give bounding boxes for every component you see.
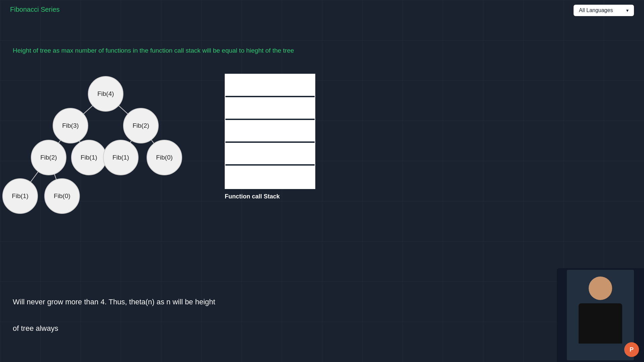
- stack-row-5: [225, 166, 315, 188]
- node-fib1c-label: Fib(1): [12, 192, 29, 199]
- avatar-head: [589, 277, 612, 300]
- page-title: Fibonacci Series: [10, 6, 60, 13]
- prepinsta-logo: P: [624, 342, 639, 357]
- node-fib1b-label: Fib(1): [112, 154, 129, 161]
- avatar-container: P: [557, 268, 644, 362]
- bottom-text-line1: Will never grow more than 4. Thus, theta…: [13, 295, 215, 309]
- stack-container: Function call Stack: [225, 74, 319, 200]
- stack-row-3: [225, 120, 315, 143]
- language-dropdown[interactable]: All Languages ▾: [574, 5, 634, 16]
- avatar-body: [579, 303, 622, 344]
- bottom-text-line2: of tree always: [13, 322, 215, 335]
- tree-container: Fib(4) Fib(3) Fib(2) Fib(2) Fib(1) Fib(1…: [0, 67, 215, 235]
- stack-label: Function call Stack: [225, 193, 319, 200]
- node-fib2a-label: Fib(2): [132, 122, 149, 129]
- node-fib3-label: Fib(3): [62, 122, 79, 129]
- chevron-down-icon: ▾: [626, 8, 629, 13]
- language-dropdown-label: All Languages: [579, 7, 613, 13]
- node-fib0b-label: Fib(0): [54, 192, 70, 199]
- stack-row-4: [225, 143, 315, 166]
- stack-row-2: [225, 97, 315, 120]
- node-fib1a-label: Fib(1): [80, 154, 97, 161]
- top-bar: Fibonacci Series: [0, 0, 644, 19]
- node-fib4-label: Fib(4): [97, 90, 114, 97]
- description-text: Height of tree as max number of function…: [13, 47, 294, 54]
- avatar-person: [567, 270, 634, 360]
- stack-box: [225, 74, 315, 189]
- node-fib0a-label: Fib(0): [156, 154, 173, 161]
- node-fib2b-label: Fib(2): [40, 154, 57, 161]
- tree-svg: Fib(4) Fib(3) Fib(2) Fib(2) Fib(1) Fib(1…: [0, 67, 215, 235]
- stack-row-1: [225, 74, 315, 97]
- bottom-text: Will never grow more than 4. Thus, theta…: [13, 295, 215, 335]
